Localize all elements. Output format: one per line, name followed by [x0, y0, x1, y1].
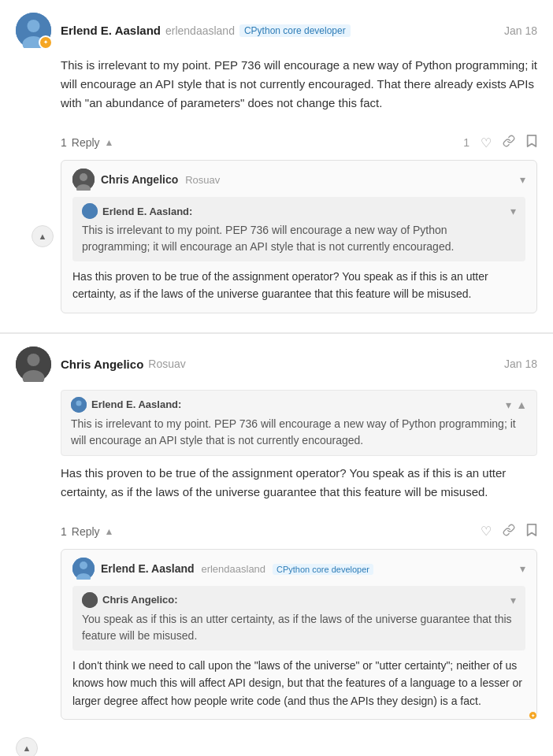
quote-collapse-button[interactable]: ▾: [506, 398, 511, 411]
reply-avatar-badge: ✦: [529, 711, 537, 720]
svg-point-6: [82, 203, 98, 219]
nested-reply-block-2: ✦ Erlend E. Aasland erlendaasland CPytho…: [61, 549, 537, 720]
reply-author-badge: CPython core developer: [273, 564, 373, 575]
post-meta: Erlend E. Aasland erlendaasland CPython …: [61, 24, 504, 37]
author-name: Chris Angelico: [61, 358, 143, 371]
post-date: Jan 18: [504, 24, 537, 37]
svg-point-1: [28, 20, 40, 32]
quote-author: Erlend E. Aasland:: [102, 206, 192, 217]
quote-avatar: [82, 592, 98, 608]
bottom-scroll-up-button[interactable]: ▲: [16, 737, 38, 756]
reply-block-header: Chris Angelico Rosuav ▾: [61, 161, 536, 197]
svg-point-11: [76, 400, 82, 406]
bookmark-icon[interactable]: [526, 135, 537, 150]
chevron-down-icon: ▾: [520, 173, 525, 186]
link-icon[interactable]: [503, 135, 515, 150]
quote-expand-button[interactable]: ▾: [510, 594, 516, 606]
scroll-up-button[interactable]: ▲: [32, 225, 54, 247]
quote-expand-button[interactable]: ▾: [510, 205, 516, 217]
quote-avatar: [82, 203, 98, 219]
heart-icon[interactable]: ♡: [481, 135, 492, 150]
reply-author-name: Chris Angelico Rosuav: [101, 173, 220, 186]
post-body: Has this proven to be true of the assign…: [61, 464, 537, 517]
collapse-button[interactable]: ▾: [520, 173, 525, 186]
reply-block-header: ✦ Erlend E. Aasland erlendaasland CPytho…: [61, 550, 536, 586]
footer-actions: 1 ♡: [469, 135, 537, 150]
quote-text: This is irrelevant to my point. PEP 736 …: [71, 416, 527, 449]
post-2-header: Chris Angelico Rosuav Jan 18: [16, 346, 537, 382]
chevron-down-icon: ▾: [520, 562, 525, 575]
reply-label: Reply: [72, 136, 100, 149]
quote-header: Erlend E. Aasland: ▾ ▲: [71, 397, 527, 413]
post-text: Has this proven to be true of the assign…: [61, 464, 537, 502]
quote-text: This is irrelevant to my point. PEP 736 …: [82, 222, 516, 255]
reply-body-text: I don't think we need to call upon the "…: [61, 657, 536, 719]
author-username: Rosuav: [148, 358, 185, 370]
svg-point-4: [80, 173, 87, 181]
quote-text: You speak as if this is an utter certain…: [82, 611, 516, 644]
author-line: Chris Angelico Rosuav: [61, 358, 504, 371]
post-footer: 1 Reply ▲ ♡: [61, 517, 537, 549]
quote-author: Chris Angelico:: [102, 594, 178, 606]
reply-label: Reply: [72, 525, 100, 538]
quote-inner: Erlend E. Aasland: ▾ This is irrelevant …: [72, 197, 525, 261]
reply-toggle-button[interactable]: 1 Reply ▲: [61, 525, 113, 538]
author-role-badge: CPython core developer: [239, 24, 351, 37]
quote-inner: Chris Angelico: ▾ You speak as if this i…: [72, 586, 525, 650]
reply-body-text: Has this proven to be true of the assign…: [61, 268, 536, 313]
chevron-up-icon: ▲: [105, 137, 114, 148]
post-1: ✦ Erlend E. Aasland erlendaasland CPytho…: [0, 0, 553, 333]
post-2: Chris Angelico Rosuav Jan 18 Erlend E. A…: [0, 334, 553, 756]
reply-avatar: ✦: [72, 558, 95, 580]
quote-header: Erlend E. Aasland: ▾: [82, 203, 516, 219]
quote-scroll-up-button[interactable]: ▲: [516, 398, 527, 411]
quote-controls: ▾ ▲: [506, 398, 527, 411]
author-username: erlendaasland: [165, 24, 235, 37]
like-count: 1: [463, 136, 469, 149]
reply-count: 1: [61, 136, 67, 149]
reply-toggle-button[interactable]: 1 Reply ▲: [61, 136, 113, 149]
chevron-up-icon: ▲: [105, 526, 114, 537]
post-2-quote: Erlend E. Aasland: ▾ ▲ This is irrelevan…: [61, 390, 537, 456]
post-1-header: ✦ Erlend E. Aasland erlendaasland CPytho…: [16, 13, 537, 48]
scroll-up-area: ▲: [32, 225, 54, 247]
post-meta: Chris Angelico Rosuav: [61, 358, 504, 371]
reply-count: 1: [61, 525, 67, 538]
nested-reply-block-1: Chris Angelico Rosuav ▾ Erlend E. Aaslan…: [61, 160, 537, 313]
quote-inner: Erlend E. Aasland: ▾ ▲ This is irrelevan…: [61, 390, 537, 456]
svg-point-8: [28, 354, 40, 366]
quote-avatar: [71, 397, 87, 413]
avatar: ✦: [16, 13, 51, 48]
author-name: Erlend E. Aasland: [61, 24, 161, 37]
svg-point-13: [80, 561, 87, 569]
post-date: Jan 18: [504, 358, 537, 370]
quote-block: Erlend E. Aasland: ▾ This is irrelevant …: [72, 197, 525, 261]
avatar-badge: ✦: [39, 35, 53, 50]
author-line: Erlend E. Aasland erlendaasland CPython …: [61, 24, 504, 37]
post-body: This is irrelevant to my point. PEP 736 …: [61, 56, 537, 128]
link-icon[interactable]: [503, 524, 515, 539]
bottom-scroll-area: ▲: [16, 729, 537, 756]
quote-author: Erlend E. Aasland:: [91, 398, 181, 410]
quote-header: Chris Angelico: ▾: [82, 592, 516, 608]
heart-icon[interactable]: ♡: [481, 524, 492, 539]
avatar-image: [16, 346, 51, 382]
reply-author-name: Erlend E. Aasland erlendaasland CPython …: [101, 562, 373, 575]
collapse-button[interactable]: ▾: [520, 562, 525, 575]
svg-point-15: [82, 592, 98, 608]
reply-avatar: [72, 169, 95, 191]
post-footer: 1 Reply ▲ 1 ♡: [61, 128, 537, 160]
footer-actions: ♡: [481, 524, 537, 539]
post-text: This is irrelevant to my point. PEP 736 …: [61, 56, 537, 113]
avatar: [16, 346, 51, 382]
avatar-image: ✦: [16, 13, 51, 48]
bookmark-icon[interactable]: [526, 524, 537, 539]
quote-block: Chris Angelico: ▾ You speak as if this i…: [72, 586, 525, 650]
